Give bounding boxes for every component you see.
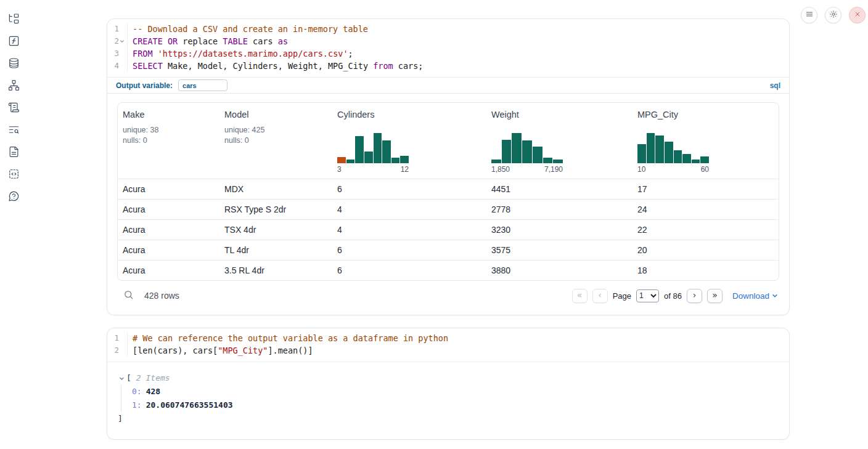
function-square-icon <box>8 35 20 49</box>
search-icon <box>123 293 134 302</box>
sql-keyword: TABLE <box>223 36 248 46</box>
tree-item-key: 1: <box>132 400 142 410</box>
column-header-model[interactable]: Model unique: 425 nulls: 0 <box>219 103 332 179</box>
histogram-bar <box>512 133 522 163</box>
table-row[interactable]: AcuraTSX 4dr4323022 <box>118 219 779 240</box>
left-sidebar <box>0 0 27 449</box>
column-header-mpg-city[interactable]: MPG_City 10 60 <box>633 103 779 179</box>
line-number: 1 <box>114 332 119 344</box>
sql-keyword: as <box>278 36 288 46</box>
page-select[interactable]: 1 <box>636 289 659 302</box>
list-search-icon <box>8 124 20 137</box>
code-line: 2 CREATE OR replace TABLE cars as <box>107 35 789 47</box>
table-row[interactable]: AcuraRSX Type S 2dr4277824 <box>118 199 779 219</box>
sidebar-item-dependency-graph[interactable] <box>7 80 20 92</box>
column-header-cylinders[interactable]: Cylinders 3 12 <box>332 103 486 179</box>
table-header-row: Make unique: 38 nulls: 0 Model unique: 4… <box>118 103 779 179</box>
close-bracket: ] <box>118 412 779 426</box>
column-stat-nulls: nulls: 0 <box>123 136 215 146</box>
sidebar-item-snippets[interactable] <box>7 169 20 181</box>
histogram-bar <box>533 147 542 163</box>
database-icon <box>8 57 20 71</box>
histogram-bar <box>637 144 646 163</box>
column-stat-unique: unique: 38 <box>123 125 215 136</box>
sidebar-item-documentation[interactable] <box>7 147 20 159</box>
histogram-bar <box>700 156 709 163</box>
tree-item-key: 0: <box>132 387 142 396</box>
settings-button[interactable] <box>825 7 841 23</box>
sidebar-item-help[interactable] <box>7 191 20 203</box>
next-page-button[interactable]: › <box>687 289 702 303</box>
sql-code-editor[interactable]: 1 -- Download a CSV and create an in-mem… <box>107 19 789 77</box>
chevron-down-icon <box>772 291 778 301</box>
sql-keyword: CREATE <box>133 36 163 46</box>
tree-item-value: 20.060747663551403 <box>146 400 233 410</box>
histogram-bar <box>382 140 391 163</box>
close-icon <box>853 10 862 20</box>
line-number: 4 <box>114 60 119 72</box>
page-label: Page <box>613 291 631 301</box>
histogram-bar <box>374 133 382 163</box>
table-row[interactable]: AcuraMDX6445117 <box>118 179 779 199</box>
histogram-bar <box>355 136 364 163</box>
code-snippet-icon <box>8 168 20 182</box>
code-line: 2 [len(cars), cars["MPG_City"].mean()] <box>107 344 789 357</box>
line-number: 3 <box>114 47 119 60</box>
histogram-bar <box>337 157 346 163</box>
sidebar-item-tracebacks[interactable] <box>7 124 20 137</box>
hist-min-label: 1,850 <box>491 165 510 174</box>
column-title: Model <box>224 110 327 119</box>
hist-max-label: 60 <box>701 165 709 174</box>
column-title: MPG_City <box>637 110 774 119</box>
file-tree-icon <box>8 13 20 26</box>
sidebar-item-data-sources[interactable] <box>7 58 20 70</box>
tree-item-value: 428 <box>146 387 160 396</box>
histogram-bar <box>647 133 655 163</box>
column-header-weight[interactable]: Weight 1,850 7,190 <box>486 103 633 179</box>
column-stat-unique: unique: 425 <box>224 125 327 136</box>
histogram-bar <box>364 152 373 163</box>
histogram-bar <box>400 156 409 163</box>
table-search-button[interactable] <box>122 289 134 302</box>
weight-histogram: 1,850 7,190 <box>491 131 563 174</box>
table-row[interactable]: Acura3.5 RL 4dr6388018 <box>118 260 779 280</box>
last-page-button[interactable]: » <box>707 289 723 303</box>
sql-keyword: OR <box>168 36 178 46</box>
sidebar-item-variables[interactable] <box>7 36 20 48</box>
output-variable-input[interactable] <box>178 79 227 91</box>
table-row[interactable]: AcuraTL 4dr6357520 <box>118 240 779 260</box>
column-header-make[interactable]: Make unique: 38 nulls: 0 <box>118 103 219 179</box>
hist-min-label: 10 <box>637 165 645 174</box>
histogram-bar <box>674 150 682 163</box>
python-comment: # We can reference the output variable a… <box>133 333 448 343</box>
sql-string: 'https://datasets.marimo.app/cars.csv' <box>158 49 348 59</box>
shutdown-button[interactable] <box>849 7 866 23</box>
histogram-bar <box>692 160 700 163</box>
notebook-menu-button[interactable] <box>801 7 817 23</box>
network-icon <box>8 79 20 93</box>
histogram-bar <box>346 160 355 163</box>
output-variable-bar: Output variable: sql <box>107 77 789 94</box>
histogram-bar <box>682 154 691 163</box>
python-output-tree: [ 2 Items 0:428 1:20.060747663551403 ] <box>107 362 789 439</box>
histogram-bar <box>553 160 563 163</box>
prev-page-button[interactable]: ‹ <box>592 289 608 303</box>
hist-min-label: 3 <box>337 165 342 174</box>
line-number: 2 <box>114 344 119 357</box>
scroll-icon <box>8 102 20 115</box>
fold-chevron-icon[interactable] <box>119 39 125 44</box>
tree-collapse-button[interactable] <box>118 374 126 382</box>
sidebar-item-logs[interactable] <box>7 102 20 115</box>
code-line: 4 SELECT Make, Model, Cylinders, Weight,… <box>107 60 789 72</box>
mpg-city-histogram: 10 60 <box>637 131 709 174</box>
download-button[interactable]: Download <box>732 291 778 301</box>
sql-comment: -- Download a CSV and create an in-memor… <box>133 24 368 34</box>
tree-item: 0:428 <box>132 385 779 398</box>
sql-keyword: SELECT <box>133 61 163 71</box>
histogram-bar <box>543 158 553 163</box>
sidebar-item-file-explorer[interactable] <box>7 14 20 26</box>
sql-output-region: Make unique: 38 nulls: 0 Model unique: 4… <box>107 94 789 315</box>
first-page-button[interactable]: « <box>572 289 588 303</box>
python-code-editor[interactable]: 1 # We can reference the output variable… <box>107 328 789 362</box>
column-title: Weight <box>491 110 628 119</box>
